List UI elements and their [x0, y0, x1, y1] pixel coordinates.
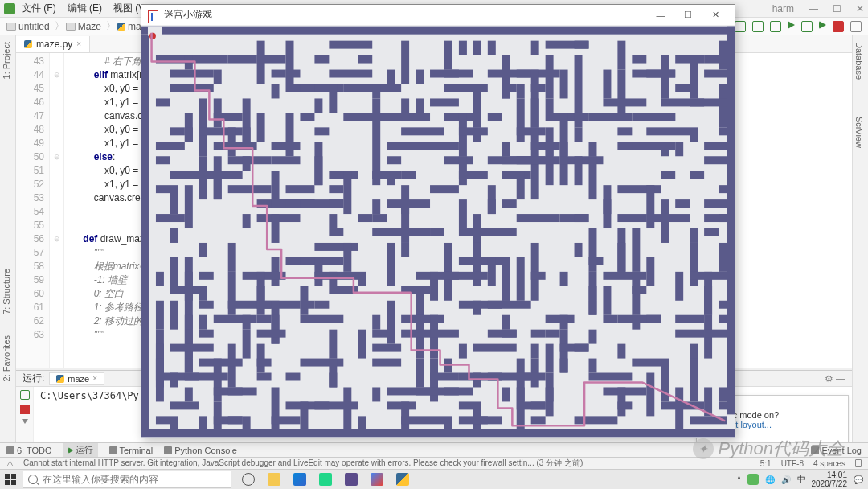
svg-rect-413: [214, 401, 222, 429]
tray-volume-icon[interactable]: 🔊: [781, 475, 791, 484]
svg-rect-11: [401, 41, 409, 84]
run-coverage-icon[interactable]: [819, 21, 826, 29]
svg-rect-274: [531, 272, 546, 280]
maze-minimize-button[interactable]: —: [648, 7, 674, 23]
menu-edit[interactable]: 编辑 (E): [68, 2, 102, 15]
svg-rect-219: [661, 214, 690, 222]
svg-rect-160: [575, 156, 583, 185]
breadcrumb-project[interactable]: untitled: [6, 21, 50, 32]
svg-rect-239: [401, 243, 409, 257]
svg-rect-181: [228, 185, 272, 193]
svg-rect-217: [617, 214, 646, 222]
svg-rect-437: [473, 416, 488, 424]
menu-file[interactable]: 文件 (F): [22, 2, 56, 15]
svg-rect-65: [387, 84, 401, 92]
close-tab-icon[interactable]: ×: [76, 39, 81, 48]
svg-rect-118: [459, 127, 488, 135]
config-icon[interactable]: [770, 21, 781, 32]
tab-run[interactable]: 运行: [63, 443, 98, 457]
tray-chevron-icon[interactable]: ˄: [737, 475, 741, 484]
breadcrumb-folder[interactable]: Maze: [66, 21, 101, 32]
svg-rect-344: [546, 330, 560, 338]
tab-terminal[interactable]: Terminal: [109, 446, 154, 455]
svg-rect-84: [517, 98, 525, 113]
svg-rect-339: [430, 330, 444, 338]
stop-run-icon[interactable]: [20, 405, 30, 414]
scroll-down-icon[interactable]: [22, 419, 28, 424]
maze-maximize-button[interactable]: ☐: [675, 7, 701, 23]
tab-todo[interactable]: 6: TODO: [6, 446, 52, 455]
python-taskbar-icon[interactable]: [391, 470, 415, 490]
status-warning-icon[interactable]: ⚠: [6, 459, 14, 468]
svg-rect-312: [243, 315, 251, 330]
search-everywhere-icon[interactable]: [850, 21, 862, 32]
explorer-icon[interactable]: [262, 470, 286, 490]
stop-button-icon[interactable]: [833, 21, 844, 32]
ide-close-button[interactable]: ✕: [856, 3, 864, 14]
ide-maximize-button[interactable]: ☐: [833, 3, 841, 14]
svg-rect-329: [719, 315, 727, 323]
svg-rect-67: [473, 84, 481, 113]
lock-icon[interactable]: [855, 459, 862, 467]
tray-clock[interactable]: 14:01 2020/7/22: [812, 471, 848, 488]
sync-icon[interactable]: [735, 21, 746, 32]
svg-rect-39: [272, 70, 286, 78]
svg-rect-61: [314, 84, 343, 92]
app-icon-1[interactable]: [339, 470, 363, 490]
svg-rect-334: [257, 330, 286, 338]
svg-rect-225: [387, 228, 430, 236]
status-encoding[interactable]: UTF-8: [781, 459, 804, 468]
rerun-icon[interactable]: [20, 390, 30, 400]
tool-tab-favorites[interactable]: 2: Favorites: [0, 329, 13, 388]
run-config-tab[interactable]: maze×: [49, 372, 104, 385]
svg-rect-379: [690, 359, 698, 402]
svg-rect-316: [372, 315, 380, 330]
svg-rect-150: [243, 156, 251, 171]
search-input[interactable]: [43, 474, 226, 485]
edge-icon[interactable]: [288, 470, 312, 490]
tab-python-console[interactable]: Python Console: [164, 446, 237, 455]
svg-rect-35: [690, 55, 698, 99]
maze-titlebar[interactable]: 迷宫小游戏 — ☐ ✕: [141, 5, 735, 26]
app-icon-2[interactable]: [365, 470, 389, 490]
svg-rect-161: [588, 156, 596, 199]
tool-tab-project[interactable]: 1: Project: [0, 35, 13, 85]
svg-rect-397: [228, 387, 243, 395]
tab-event-log[interactable]: Event Log: [811, 446, 862, 455]
svg-rect-131: [272, 142, 301, 150]
svg-rect-290: [502, 286, 510, 301]
editor-tab-maze[interactable]: maze.py ×: [16, 36, 90, 52]
tool-tab-database[interactable]: Database: [853, 35, 866, 86]
svg-rect-377: [632, 359, 661, 367]
tray-notifications-icon[interactable]: 💬: [854, 475, 863, 484]
svg-rect-28: [358, 55, 372, 64]
ide-minimize-button[interactable]: —: [809, 3, 818, 14]
svg-rect-353: [372, 344, 401, 352]
tool-tab-sciview[interactable]: SciView: [853, 110, 866, 154]
svg-rect-393: [646, 373, 654, 417]
svg-rect-175: [531, 171, 539, 199]
maze-close-button[interactable]: ✕: [702, 7, 728, 23]
tool-tab-structure[interactable]: 7: Structure: [0, 262, 13, 321]
debug-button-icon[interactable]: [801, 21, 813, 32]
tray-ime-icon[interactable]: 中: [797, 474, 805, 485]
svg-rect-333: [243, 330, 251, 359]
tray-network-icon[interactable]: 🌐: [765, 475, 775, 484]
svg-rect-382: [185, 373, 228, 381]
pycharm-taskbar-icon[interactable]: [313, 470, 338, 490]
svg-rect-223: [329, 228, 343, 236]
maze-window-title: 迷宫小游戏: [164, 8, 212, 22]
run-button-icon[interactable]: [788, 21, 795, 29]
tray-app-icon[interactable]: [747, 474, 759, 485]
task-view-icon[interactable]: [236, 470, 260, 490]
run-settings-icon[interactable]: ⚙ —: [825, 373, 845, 384]
build-icon[interactable]: [752, 21, 764, 32]
bottom-tool-tabs: 6: TODO 运行 Terminal Python Console Event…: [0, 442, 868, 457]
windows-search-box[interactable]: [23, 471, 231, 488]
fold-column[interactable]: ⊖⊖⊖: [50, 53, 64, 368]
status-indent[interactable]: 4 spaces: [813, 459, 845, 468]
start-button[interactable]: [0, 470, 21, 490]
svg-rect-170: [387, 171, 395, 185]
maze-canvas[interactable]: [141, 26, 735, 438]
svg-rect-116: [314, 127, 329, 135]
